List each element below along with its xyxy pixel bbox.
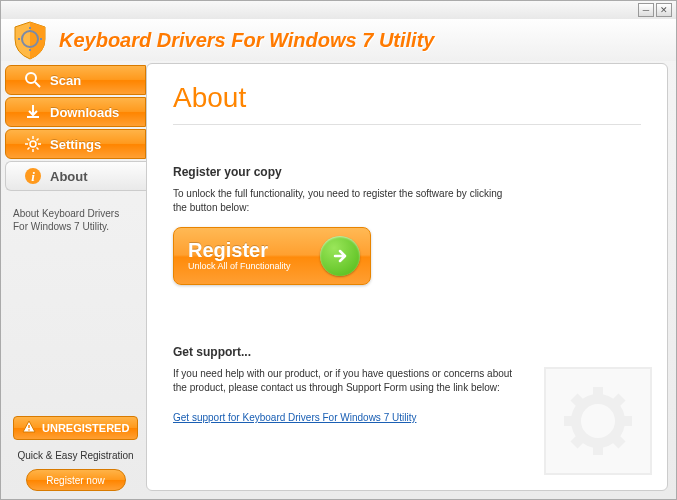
unregistered-badge: UNREGISTERED [13, 416, 138, 440]
svg-line-14 [28, 148, 30, 150]
search-icon [24, 71, 42, 89]
app-header: Keyboard Drivers For Windows 7 Utility [1, 19, 676, 61]
svg-line-27 [615, 438, 622, 445]
sidebar-description: About Keyboard Drivers For Windows 7 Uti… [5, 193, 146, 241]
close-button[interactable]: ✕ [656, 3, 672, 17]
svg-line-13 [37, 148, 39, 150]
nav-about[interactable]: i About [5, 161, 146, 191]
nav-label: Downloads [50, 105, 119, 120]
sidebar: Scan Downloads Settings i About [1, 61, 146, 499]
nav-label: About [50, 169, 88, 184]
info-icon: i [24, 167, 42, 185]
nav-settings[interactable]: Settings [5, 129, 146, 159]
svg-line-12 [28, 139, 30, 141]
register-button-label: Register [188, 240, 320, 260]
content-panel: About Register your copy To unlock the f… [146, 63, 668, 491]
svg-line-6 [35, 82, 40, 87]
svg-point-30 [588, 411, 608, 431]
quick-registration-text: Quick & Easy Registration [5, 444, 146, 467]
support-description: If you need help with our product, or if… [173, 367, 513, 395]
register-now-label: Register now [46, 475, 104, 486]
nav-scan[interactable]: Scan [5, 65, 146, 95]
register-heading: Register your copy [173, 165, 641, 179]
svg-line-28 [574, 438, 581, 445]
titlebar: ─ ✕ [1, 1, 676, 19]
nav-label: Scan [50, 73, 81, 88]
support-link[interactable]: Get support for Keyboard Drivers For Win… [173, 412, 416, 423]
svg-line-26 [574, 397, 581, 404]
unregistered-label: UNREGISTERED [42, 422, 129, 434]
svg-point-7 [30, 141, 36, 147]
svg-text:i: i [31, 169, 35, 184]
download-icon [24, 103, 42, 121]
nav-label: Settings [50, 137, 101, 152]
register-button-text: Register Unlock All of Functionality [188, 240, 320, 273]
support-heading: Get support... [173, 345, 641, 359]
svg-line-15 [37, 139, 39, 141]
register-description: To unlock the full functionality, you ne… [173, 187, 513, 215]
app-title: Keyboard Drivers For Windows 7 Utility [59, 29, 434, 52]
register-button-sublabel: Unlock All of Functionality [188, 260, 320, 273]
warning-icon [22, 420, 36, 436]
svg-line-29 [615, 397, 622, 404]
svg-point-19 [28, 429, 30, 431]
gear-watermark-icon [543, 366, 653, 476]
shield-logo-icon [9, 19, 51, 61]
body-area: Scan Downloads Settings i About [1, 61, 676, 499]
register-button[interactable]: Register Unlock All of Functionality [173, 227, 371, 285]
gear-icon [24, 135, 42, 153]
register-now-button[interactable]: Register now [26, 469, 126, 491]
app-window: ─ ✕ Keyboard Drivers For Windows 7 Utili… [0, 0, 677, 500]
svg-point-5 [26, 73, 36, 83]
nav-downloads[interactable]: Downloads [5, 97, 146, 127]
page-title: About [173, 82, 641, 125]
minimize-button[interactable]: ─ [638, 3, 654, 17]
arrow-right-icon [320, 236, 360, 276]
